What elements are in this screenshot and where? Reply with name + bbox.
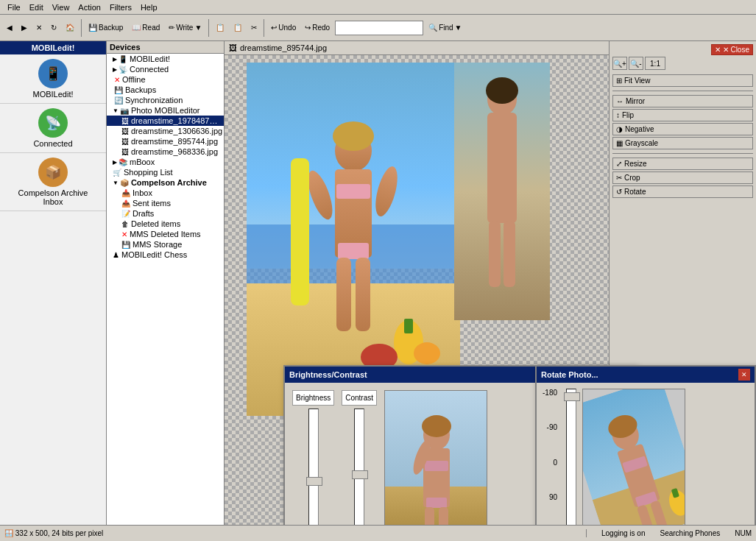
- mobiledit-arrow: ▶: [113, 56, 117, 63]
- flip-button[interactable]: ↕ Flip: [612, 109, 753, 121]
- compelson-tree-icon: 📦: [120, 179, 129, 187]
- deleted-icon: 🗑: [121, 220, 129, 228]
- back-button[interactable]: ◀: [3, 18, 16, 38]
- tree-drafts[interactable]: 📝 Drafts: [107, 208, 224, 219]
- mirror-icon: ↔: [616, 97, 623, 105]
- negative-button[interactable]: ◑ Negative: [612, 123, 753, 135]
- sep3: [264, 19, 264, 37]
- grayscale-button[interactable]: ▦ Grayscale: [612, 137, 753, 149]
- menu-view[interactable]: View: [48, 1, 74, 13]
- tree-header: Devices: [107, 41, 224, 54]
- left-panel-connected[interactable]: 📡 Connected: [0, 104, 106, 153]
- read-icon: 📖: [132, 24, 141, 32]
- left-panel-archive[interactable]: 📦 Compelson ArchiveInbox: [0, 153, 106, 211]
- svg-rect-9: [336, 258, 351, 331]
- close-button[interactable]: ✕ ✕ Close: [711, 44, 753, 55]
- cut-button[interactable]: ✂: [247, 18, 261, 38]
- copy-button[interactable]: 📋: [212, 18, 228, 38]
- tree-mboox[interactable]: ▶ 📚 mBoox: [107, 157, 224, 167]
- scale-neg90: -90: [547, 423, 557, 431]
- sep-1: [612, 91, 753, 91]
- contrast-slider-track[interactable]: [354, 409, 364, 525]
- mms-storage-icon: 💾: [121, 241, 130, 249]
- tree-img4[interactable]: 🖼 dreamstime_968336.jpg: [107, 146, 224, 157]
- menu-filters[interactable]: Filters: [105, 1, 136, 13]
- zoom-100-button[interactable]: 1:1: [645, 57, 665, 70]
- zoom-out-button[interactable]: 🔍-: [629, 57, 643, 70]
- mobiledit-label: MOBILedit!: [32, 90, 73, 99]
- contrast-slider-thumb[interactable]: [352, 470, 368, 479]
- tree-chess[interactable]: ♟ MOBILedit! Chess: [107, 250, 224, 260]
- brightness-title: Brightness/Contrast: [289, 370, 367, 379]
- tree-panel: Devices ▶ 📱 MOBILedit! ▶ 📡 Connected ✕ O…: [107, 41, 225, 525]
- tree-compelson[interactable]: ▼ 📦 Compelson Archive: [107, 177, 224, 188]
- rotate-preview: [582, 389, 685, 525]
- tree-connected[interactable]: ▶ 📡 Connected: [107, 64, 224, 74]
- tree-backups[interactable]: 💾 Backups: [107, 85, 224, 95]
- undo-icon: ↩: [271, 24, 277, 32]
- tree-img1[interactable]: 🖼 dreamstime_1978487.jpg: [107, 116, 224, 126]
- tree-sync[interactable]: 🔄 Synchronization: [107, 95, 224, 105]
- tree-inbox[interactable]: 📥 Inbox: [107, 188, 224, 198]
- tree-mms-deleted[interactable]: ✕ MMS Deleted Items: [107, 229, 224, 239]
- sep2: [208, 19, 209, 37]
- backups-tree-icon: 💾: [114, 86, 123, 94]
- svg-rect-10: [356, 258, 370, 331]
- menu-edit[interactable]: Edit: [25, 1, 48, 13]
- rotate-slider-track[interactable]: [566, 389, 576, 525]
- rotate-slider-thumb[interactable]: [564, 392, 580, 401]
- forward-button[interactable]: ▶: [18, 18, 31, 38]
- sent-icon: 📤: [121, 199, 130, 208]
- tree-mobiledit[interactable]: ▶ 📱 MOBILedit!: [107, 54, 224, 64]
- mirror-button[interactable]: ↔ Mirror: [612, 95, 753, 107]
- menu-help[interactable]: Help: [136, 1, 162, 13]
- fit-view-button[interactable]: ⊞ Fit View: [612, 74, 753, 87]
- write-button[interactable]: ✏ Write ▼: [165, 18, 205, 38]
- zoom-in-button[interactable]: 🔍+: [612, 57, 627, 70]
- brightness-slider-thumb[interactable]: [306, 477, 322, 486]
- zoom-out-icon: 🔍: [630, 60, 639, 68]
- windows-icon: 🪟: [4, 529, 13, 537]
- tree-img3[interactable]: 🖼 dreamstime_895744.jpg: [107, 136, 224, 146]
- flip-icon: ↕: [616, 111, 620, 119]
- tree-photo[interactable]: ▼ 📷 Photo MOBILeditor: [107, 105, 224, 116]
- backup-icon: 💾: [88, 24, 97, 32]
- toolbar: ◀ ▶ ✕ ↻ 🏠 💾 Backup 📖 Read ✏ Write ▼ 📋 📋 …: [0, 15, 756, 41]
- rotate-titlebar: Rotate Photo... ✕: [537, 367, 755, 383]
- rotate-content: -180 -90 0 90 180: [537, 383, 755, 525]
- menu-action[interactable]: Action: [74, 1, 105, 13]
- crop-icon: ✂: [616, 174, 622, 182]
- tree-deleted[interactable]: 🗑 Deleted items: [107, 219, 224, 229]
- brightness-slider-track[interactable]: [308, 409, 319, 525]
- menu-file[interactable]: File: [3, 1, 25, 13]
- tree-img2[interactable]: 🖼 dreamstime_1306636.jpg: [107, 126, 224, 136]
- read-button[interactable]: 📖 Read: [128, 18, 163, 38]
- svg-rect-12: [404, 319, 413, 333]
- resize-button[interactable]: ⤢ Resize: [612, 158, 753, 170]
- undo-button[interactable]: ↩ Undo: [267, 18, 300, 38]
- logging-label: Logging is on: [601, 529, 646, 537]
- paste-button[interactable]: 📋: [230, 18, 246, 38]
- left-panel-mobiledit[interactable]: 📱 MOBILedit!: [0, 54, 106, 104]
- crop-button[interactable]: ✂ Crop: [612, 172, 753, 184]
- backup-button[interactable]: 💾 Backup: [85, 18, 127, 38]
- svg-rect-16: [291, 158, 309, 305]
- tree-offline[interactable]: ✕ Offline: [107, 74, 224, 85]
- rotate-close-button[interactable]: ✕: [738, 369, 750, 381]
- tree-sent[interactable]: 📤 Sent items: [107, 198, 224, 208]
- find-dropdown-icon: ▼: [455, 24, 462, 32]
- find-icon: 🔍: [428, 24, 437, 32]
- connected-arrow: ▶: [113, 66, 117, 73]
- tree-mms-storage[interactable]: 💾 MMS Storage: [107, 239, 224, 250]
- tree-shopping[interactable]: 🛒 Shopping List: [107, 167, 224, 177]
- find-button[interactable]: 🔍 Find ▼: [425, 18, 465, 38]
- refresh-button[interactable]: ↻: [47, 18, 60, 38]
- img3-icon: 🖼: [121, 138, 129, 146]
- redo-button[interactable]: ↪ Redo: [301, 18, 333, 38]
- rotate-button[interactable]: ↺ Rotate: [612, 185, 753, 198]
- write-dropdown-icon: ▼: [194, 24, 202, 32]
- home-button[interactable]: 🏠: [62, 18, 78, 38]
- stop-button[interactable]: ✕: [32, 18, 46, 38]
- grayscale-icon: ▦: [616, 139, 623, 147]
- search-input[interactable]: [335, 21, 423, 35]
